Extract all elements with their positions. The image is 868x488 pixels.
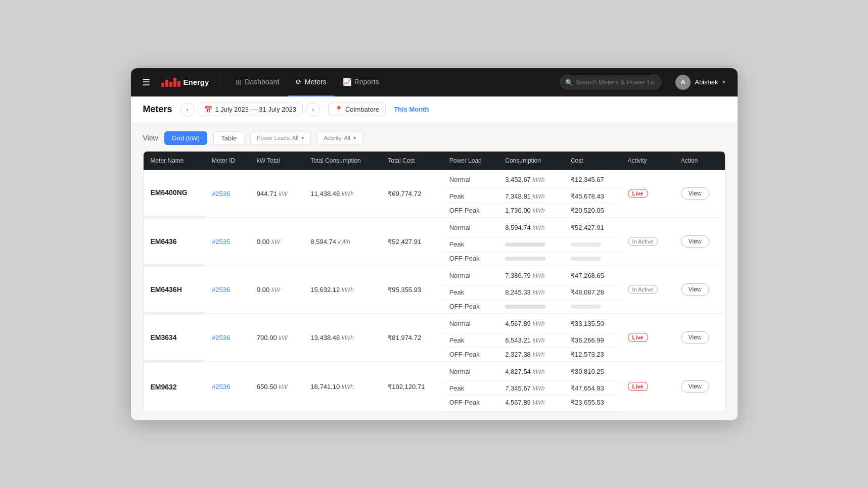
meter-id[interactable]: #2536	[212, 334, 230, 341]
table-row: EM6436H#25360.00 kW15,632.12 kWh₹95,355.…	[144, 265, 725, 285]
skeleton-consumption	[505, 242, 545, 247]
total-cost: ₹52,427.91	[388, 238, 421, 246]
app-window: ☰ Energy ⊞ Dashboard ⟳ Meters 📈	[131, 68, 738, 420]
sub-cost: ₹47,268.65	[571, 272, 604, 279]
reports-icon: 📈	[343, 78, 351, 86]
sub-cost: ₹47,654.93	[571, 384, 604, 392]
search-input[interactable]	[560, 75, 661, 89]
sub-consumption: 7,345.67 kWh	[505, 384, 544, 392]
view-button[interactable]: View	[681, 235, 709, 248]
sub-cost: ₹30,810.25	[571, 368, 604, 375]
sub-consumption: 7,348.81 kWh	[505, 192, 544, 200]
tab-dashboard[interactable]: ⊞ Dashboard	[227, 68, 288, 96]
sub-consumption: 3,452.67 kWh	[505, 176, 544, 183]
th-meter-name: Meter Name	[144, 152, 205, 170]
skeleton-consumption	[505, 305, 545, 309]
skeleton-cost	[571, 257, 601, 261]
nav-divider	[220, 75, 220, 89]
meters-icon: ⟳	[296, 78, 302, 86]
power-load: Normal	[449, 176, 471, 183]
grid-view-button[interactable]: Grid (kW)	[164, 131, 208, 145]
location-text: Coimbatore	[345, 106, 379, 113]
view-button[interactable]: View	[681, 331, 709, 344]
meter-name: EM6436	[151, 237, 177, 246]
meter-name: EM6400NG	[151, 188, 188, 197]
sub-cost: ₹52,427.91	[571, 224, 604, 231]
content-area: View Grid (kW) Table Power Loads: All ▾ …	[131, 123, 738, 420]
total-cost: ₹102,120.71	[388, 383, 425, 391]
search-icon: 🔍	[565, 78, 573, 86]
calendar-icon: 📅	[204, 106, 212, 113]
view-button[interactable]: View	[681, 380, 709, 393]
total-consumption: 15,632.12 kWh	[310, 286, 353, 294]
tab-meters[interactable]: ⟳ Meters	[288, 68, 335, 96]
page-title: Meters	[143, 104, 172, 115]
avatar: A	[675, 75, 691, 90]
activity-badge: In Active	[628, 285, 658, 294]
brand: Energy	[157, 78, 213, 87]
skeleton-cost	[571, 305, 601, 309]
activity-badge: In Active	[628, 237, 658, 246]
search-wrapper: 🔍	[560, 75, 661, 89]
power-loads-chevron: ▾	[301, 135, 304, 141]
date-nav: ‹ 📅 1 July 2023 — 31 July 2023 ›	[180, 103, 320, 117]
power-loads-filter[interactable]: Power Loads: All ▾	[250, 132, 311, 144]
th-kw-total: kW Total	[250, 152, 304, 170]
power-load: Peak	[449, 240, 465, 248]
tab-reports[interactable]: 📈 Reports	[335, 68, 387, 96]
table-row: EM6400NG#2536944.71 kW11,438.48 kWh₹69,7…	[144, 170, 725, 189]
sub-consumption: 4,567.89 kWh	[505, 399, 544, 406]
kw-total: 0.00 kW	[257, 238, 280, 246]
meter-id[interactable]: #2536	[212, 286, 230, 294]
power-load: Peak	[449, 288, 465, 296]
view-button[interactable]: View	[681, 283, 709, 296]
avatar-initials: A	[681, 78, 686, 86]
activity-badge: Live	[628, 382, 648, 391]
next-arrow[interactable]: ›	[306, 103, 320, 117]
skeleton-consumption	[505, 257, 545, 261]
sub-consumption: 6,543.21 kWh	[505, 336, 544, 344]
sub-consumption: 1,736.00 kWh	[505, 207, 544, 214]
user-name: Abishek	[695, 78, 718, 86]
prev-arrow[interactable]: ‹	[180, 103, 195, 117]
table-view-button[interactable]: Table	[213, 131, 244, 145]
sub-cost: ₹23,655.53	[571, 399, 604, 406]
meter-id[interactable]: #2535	[212, 238, 230, 246]
power-load: OFF-Peak	[449, 399, 480, 406]
view-row: View Grid (kW) Table Power Loads: All ▾ …	[143, 131, 725, 145]
activity-filter[interactable]: Activity: All ▾	[317, 132, 363, 144]
hamburger-icon[interactable]: ☰	[139, 74, 153, 91]
date-range-picker[interactable]: 📅 1 July 2023 — 31 July 2023	[198, 103, 303, 116]
th-total-cost: Total Cost	[381, 152, 442, 170]
activity-filter-label: Activity: All	[324, 135, 350, 141]
this-month-button[interactable]: This Month	[394, 106, 429, 113]
activity-badge: Live	[628, 333, 648, 342]
meter-id[interactable]: #2536	[212, 190, 230, 198]
table-row: EM3634#2536700.00 kW13,438.48 kWh₹81,974…	[144, 313, 725, 333]
sub-consumption: 8,245.33 kWh	[505, 288, 544, 296]
meter-id[interactable]: #2536	[212, 383, 230, 391]
sub-consumption: 2,327.38 kWh	[505, 351, 544, 358]
user-pill[interactable]: A Abishek ▾	[671, 73, 729, 92]
location-pill[interactable]: 📍 Coimbatore	[328, 103, 386, 116]
dashboard-icon: ⊞	[236, 78, 242, 86]
power-load: Normal	[449, 272, 471, 279]
location-icon: 📍	[335, 106, 343, 113]
toolbar: Meters ‹ 📅 1 July 2023 — 31 July 2023 › …	[131, 96, 738, 123]
th-cost: Cost	[564, 152, 621, 170]
power-load: Normal	[449, 368, 471, 375]
total-cost: ₹95,355.93	[388, 286, 421, 294]
meter-name: EM3634	[151, 333, 177, 341]
sub-cost: ₹12,573.23	[571, 351, 604, 358]
power-load: OFF-Peak	[449, 255, 480, 262]
meter-name: EM9632	[151, 383, 177, 391]
sub-cost: ₹45,678.43	[571, 192, 604, 200]
tab-meters-label: Meters	[305, 78, 327, 86]
power-load: Normal	[449, 224, 471, 231]
total-cost: ₹69,774.72	[388, 190, 421, 198]
sub-cost: ₹33,135.50	[571, 320, 604, 327]
th-total-consumption: Total Consumption	[303, 152, 381, 170]
power-loads-filter-label: Power Loads: All	[257, 135, 298, 141]
view-button[interactable]: View	[681, 187, 709, 200]
total-consumption: 16,741.10 kWh	[310, 383, 353, 391]
